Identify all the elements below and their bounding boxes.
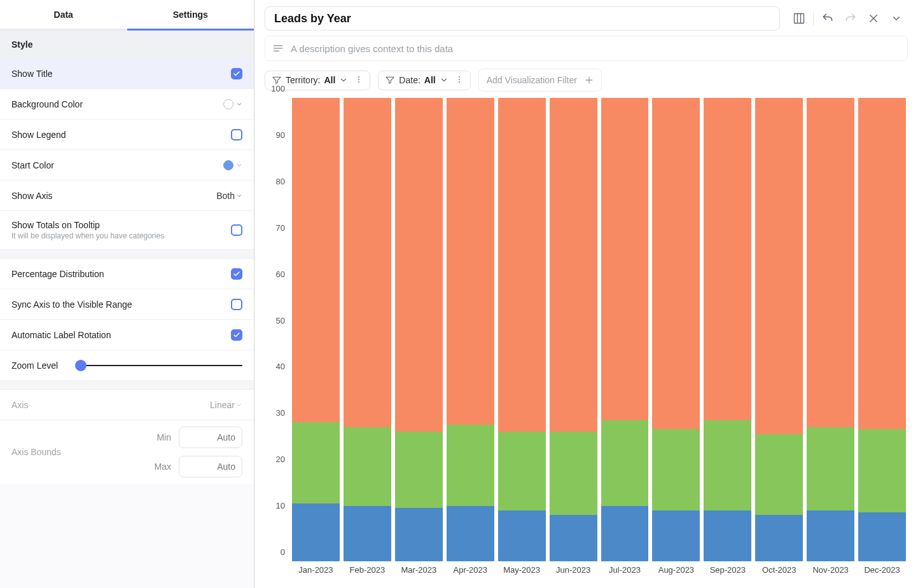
- bar[interactable]: [393, 98, 445, 561]
- bar[interactable]: [548, 98, 599, 561]
- grid-view-button[interactable]: [788, 7, 810, 30]
- redo-button[interactable]: [839, 7, 862, 30]
- zoom-level-handle[interactable]: [75, 360, 87, 371]
- bar-segment: [704, 510, 751, 561]
- zoom-level-slider[interactable]: [81, 365, 242, 366]
- plus-icon: [582, 73, 596, 87]
- svg-point-4: [459, 76, 460, 77]
- x-axis: Jan-2023Feb-2023Mar-2023Apr-2023May-2023…: [290, 561, 908, 578]
- option-auto-rotation[interactable]: Automatic Label Rotation: [0, 320, 254, 350]
- bar[interactable]: [650, 98, 702, 561]
- y-tick: 100: [271, 84, 285, 93]
- tab-data-label: Data: [54, 10, 73, 20]
- option-auto-rotation-label: Automatic Label Rotation: [11, 330, 111, 340]
- chevron-down-icon: [236, 162, 242, 168]
- bar-segment: [447, 98, 494, 425]
- option-show-title[interactable]: Show Title: [0, 58, 254, 89]
- bar-segment: [498, 432, 546, 510]
- y-tick: 10: [276, 501, 285, 510]
- bar-segment: [601, 506, 649, 561]
- tab-data[interactable]: Data: [0, 0, 127, 31]
- bar-segment: [344, 506, 391, 561]
- filter-date-value: All: [424, 75, 436, 85]
- axis-bounds-max-input[interactable]: [179, 456, 242, 477]
- option-axis-bounds: Axis Bounds Min Max: [0, 420, 254, 484]
- axis-scale-value: Linear: [210, 400, 235, 410]
- bar[interactable]: [753, 98, 805, 561]
- chart-bars: [290, 98, 908, 561]
- checkbox-percentage-distribution[interactable]: [231, 268, 242, 280]
- option-sync-axis-label: Sync Axis to the Visible Range: [11, 299, 132, 310]
- close-button[interactable]: [862, 7, 885, 30]
- title-actions: [788, 7, 908, 30]
- x-category-label: Jan-2023: [290, 561, 342, 578]
- y-tick: 20: [276, 455, 285, 464]
- bar-segment: [292, 422, 340, 503]
- option-axis-bounds-label: Axis Bounds: [11, 447, 61, 457]
- filter-date-more[interactable]: [452, 75, 466, 86]
- filter-territory-value: All: [324, 75, 335, 85]
- chart-title-input[interactable]: [265, 6, 780, 31]
- axis-bounds-min-input[interactable]: [179, 427, 242, 448]
- option-show-legend[interactable]: Show Legend: [0, 120, 254, 150]
- option-background-color[interactable]: Background Color: [0, 89, 254, 120]
- undo-button[interactable]: [816, 7, 839, 30]
- bar[interactable]: [702, 98, 753, 561]
- x-category-label: May-2023: [496, 561, 548, 578]
- x-category-label: Dec-2023: [856, 561, 908, 578]
- sidebar-tabs: Data Settings: [0, 0, 254, 31]
- tab-settings[interactable]: Settings: [127, 0, 254, 31]
- checkbox-sync-axis[interactable]: [231, 299, 242, 310]
- bar-segment: [344, 98, 391, 427]
- background-color-picker[interactable]: [223, 99, 242, 109]
- description-input[interactable]: [291, 43, 901, 54]
- bar[interactable]: [599, 98, 651, 561]
- bar-segment: [292, 98, 340, 422]
- bar-segment: [395, 98, 443, 432]
- bar[interactable]: [805, 98, 856, 561]
- svg-point-2: [358, 79, 359, 80]
- expand-down-button[interactable]: [885, 7, 908, 30]
- y-tick: 60: [276, 269, 285, 278]
- checkbox-show-legend[interactable]: [231, 129, 242, 140]
- toolbar-divider: [813, 11, 814, 25]
- option-show-legend-label: Show Legend: [11, 130, 66, 140]
- option-start-color[interactable]: Start Color: [0, 150, 254, 181]
- option-show-axis[interactable]: Show Axis Both: [0, 181, 254, 211]
- option-sync-axis[interactable]: Sync Axis to the Visible Range: [0, 289, 254, 320]
- bar[interactable]: [342, 98, 393, 561]
- chart: 0102030405060708090100 Jan-2023Feb-2023M…: [265, 98, 908, 578]
- checkbox-auto-rotation[interactable]: [231, 329, 242, 341]
- bar[interactable]: [290, 98, 342, 561]
- x-category-label: Nov-2023: [805, 561, 856, 578]
- y-tick: 90: [276, 130, 285, 139]
- option-percentage-distribution[interactable]: Percentage Distribution: [0, 259, 254, 289]
- bar-segment: [807, 98, 854, 427]
- option-show-axis-label: Show Axis: [11, 191, 53, 201]
- bar[interactable]: [856, 98, 908, 561]
- bar-segment: [652, 429, 700, 510]
- y-tick: 70: [276, 222, 285, 232]
- bar[interactable]: [445, 98, 496, 561]
- axis-bounds-max-label: Max: [152, 462, 171, 472]
- checkbox-show-totals[interactable]: [231, 224, 242, 236]
- start-color-picker[interactable]: [223, 160, 242, 170]
- main-area: Territory: All Date: All Add Visualizati…: [254, 0, 918, 588]
- checkbox-show-title[interactable]: [231, 68, 242, 79]
- x-category-label: Apr-2023: [445, 561, 496, 578]
- filter-date[interactable]: Date: All: [378, 71, 470, 90]
- bar-segment: [601, 420, 649, 506]
- y-axis: 0102030405060708090100: [265, 98, 290, 578]
- filter-territory-more[interactable]: [352, 75, 366, 86]
- bar-segment: [601, 98, 649, 420]
- bar-segment: [447, 506, 494, 561]
- bar[interactable]: [496, 98, 548, 561]
- chevron-down-icon: [339, 76, 348, 85]
- bar-segment: [652, 98, 700, 429]
- option-show-totals[interactable]: Show Totals on Tooltip It will be displa…: [0, 211, 254, 250]
- chart-plot-area: Jan-2023Feb-2023Mar-2023Apr-2023May-2023…: [290, 98, 908, 578]
- show-axis-select[interactable]: Both: [216, 191, 242, 201]
- bar-segment: [292, 503, 340, 561]
- add-filter-button[interactable]: Add Visualization Filter: [478, 69, 602, 92]
- chevron-down-icon: [236, 101, 242, 107]
